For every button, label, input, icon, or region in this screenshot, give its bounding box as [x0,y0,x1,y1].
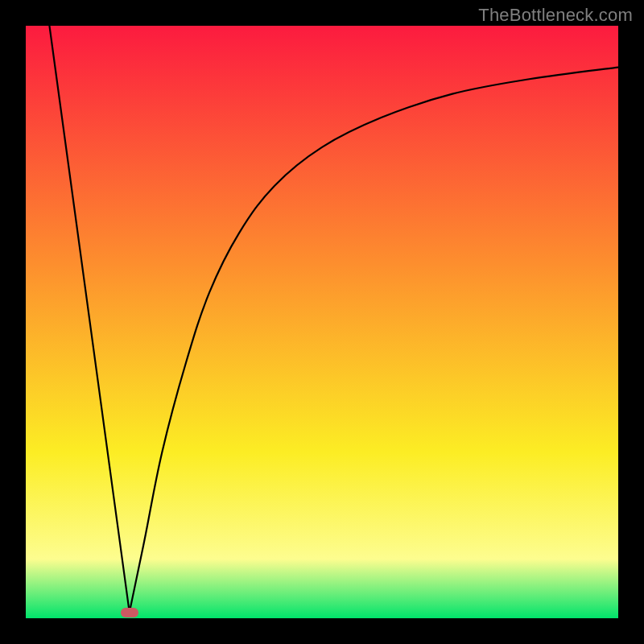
series-right-curve [130,68,618,613]
minimum-marker [121,608,138,617]
plot-area [26,26,618,618]
curve-layer [26,26,618,618]
series-left-slope [49,26,129,613]
attribution-text: TheBottleneck.com [478,5,633,26]
chart-frame: TheBottleneck.com [0,0,644,644]
